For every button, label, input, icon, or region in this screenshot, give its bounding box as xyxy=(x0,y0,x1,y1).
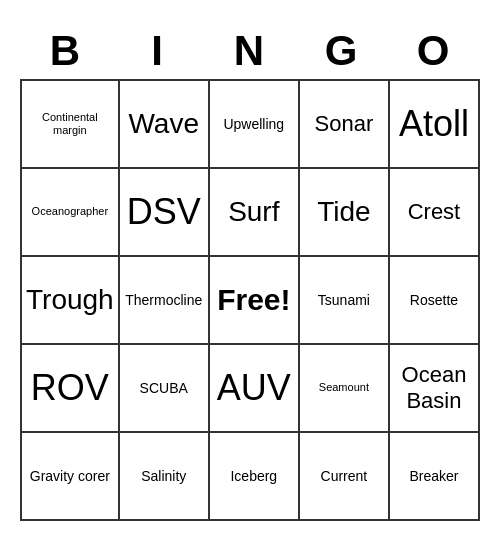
bingo-cell[interactable]: Upwelling xyxy=(210,81,300,169)
header-letter: I xyxy=(112,23,204,79)
cell-text: Trough xyxy=(26,283,114,317)
bingo-header: BINGO xyxy=(20,23,480,79)
bingo-cell[interactable]: Ocean Basin xyxy=(390,345,480,433)
bingo-cell[interactable]: Wave xyxy=(120,81,210,169)
bingo-card: BINGO Continental marginWaveUpwellingSon… xyxy=(10,13,490,531)
bingo-cell[interactable]: Oceanographer xyxy=(22,169,120,257)
cell-text: Crest xyxy=(408,199,461,225)
cell-text: ROV xyxy=(31,366,109,409)
cell-text: Thermocline xyxy=(125,292,202,309)
cell-text: SCUBA xyxy=(140,380,188,397)
bingo-grid: Continental marginWaveUpwellingSonarAtol… xyxy=(20,79,480,521)
bingo-cell[interactable]: Gravity corer xyxy=(22,433,120,521)
cell-text: Upwelling xyxy=(223,116,284,133)
cell-text: Rosette xyxy=(410,292,458,309)
header-letter: G xyxy=(296,23,388,79)
header-letter: O xyxy=(388,23,480,79)
cell-text: Current xyxy=(321,468,368,485)
bingo-cell[interactable]: Seamount xyxy=(300,345,390,433)
cell-text: Seamount xyxy=(319,381,369,394)
bingo-cell[interactable]: Current xyxy=(300,433,390,521)
bingo-cell[interactable]: ROV xyxy=(22,345,120,433)
bingo-cell[interactable]: SCUBA xyxy=(120,345,210,433)
bingo-cell[interactable]: DSV xyxy=(120,169,210,257)
bingo-cell[interactable]: Iceberg xyxy=(210,433,300,521)
cell-text: Free! xyxy=(217,283,290,317)
cell-text: Breaker xyxy=(409,468,458,485)
cell-text: Tsunami xyxy=(318,292,370,309)
cell-text: Oceanographer xyxy=(32,205,108,218)
bingo-cell[interactable]: Continental margin xyxy=(22,81,120,169)
bingo-cell[interactable]: Tide xyxy=(300,169,390,257)
cell-text: AUV xyxy=(217,366,291,409)
cell-text: Tide xyxy=(317,195,370,229)
cell-text: Atoll xyxy=(399,102,469,145)
bingo-cell[interactable]: AUV xyxy=(210,345,300,433)
bingo-cell[interactable]: Surf xyxy=(210,169,300,257)
cell-text: Surf xyxy=(228,195,279,229)
cell-text: Iceberg xyxy=(230,468,277,485)
bingo-cell[interactable]: Tsunami xyxy=(300,257,390,345)
cell-text: Ocean Basin xyxy=(394,362,474,415)
bingo-cell[interactable]: Breaker xyxy=(390,433,480,521)
header-letter: B xyxy=(20,23,112,79)
bingo-cell[interactable]: Atoll xyxy=(390,81,480,169)
cell-text: Gravity corer xyxy=(30,468,110,485)
header-letter: N xyxy=(204,23,296,79)
cell-text: Sonar xyxy=(315,111,374,137)
bingo-cell[interactable]: Free! xyxy=(210,257,300,345)
cell-text: DSV xyxy=(127,190,201,233)
bingo-cell[interactable]: Sonar xyxy=(300,81,390,169)
cell-text: Wave xyxy=(128,107,199,141)
bingo-cell[interactable]: Trough xyxy=(22,257,120,345)
bingo-cell[interactable]: Rosette xyxy=(390,257,480,345)
cell-text: Salinity xyxy=(141,468,186,485)
cell-text: Continental margin xyxy=(26,111,114,137)
bingo-cell[interactable]: Thermocline xyxy=(120,257,210,345)
bingo-cell[interactable]: Salinity xyxy=(120,433,210,521)
bingo-cell[interactable]: Crest xyxy=(390,169,480,257)
